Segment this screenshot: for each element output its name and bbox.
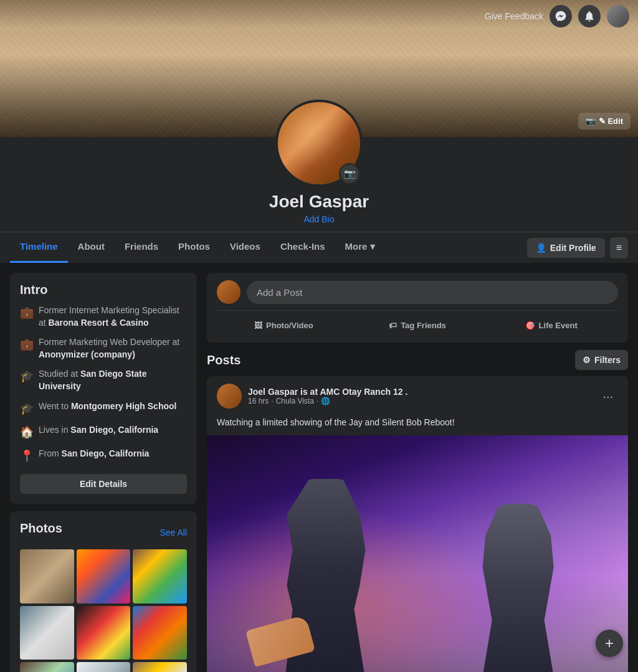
intro-item-lives: 🏠 Lives in San Diego, California <box>20 424 187 440</box>
cover-edit-button[interactable]: 📷 ✎ Edit <box>578 113 631 130</box>
photo-thumb-1[interactable] <box>20 549 74 603</box>
add-post-row: Add a Post <box>217 280 618 304</box>
left-column: Intro 💼 Former Internet Marketing Specia… <box>10 273 197 672</box>
intro-title: Intro <box>20 283 187 297</box>
camera-icon: 📷 <box>586 116 596 126</box>
posts-header: Posts ⚙ Filters <box>207 350 628 370</box>
intro-item-developer: 💼 Former Marketing Web Developer at Anon… <box>20 336 187 361</box>
post-image-inner <box>207 435 628 672</box>
post-sub-info: 16 hrs · Chula Vista · 🌐 <box>248 397 591 405</box>
checkin-period: . <box>405 387 407 397</box>
add-post-button[interactable]: Add a Post <box>247 281 618 304</box>
author-checkin-location[interactable]: AMC Otay Ranch 12 <box>320 387 402 397</box>
post-author-avatar <box>217 384 242 409</box>
author-checkin-prefix: is at <box>300 387 320 397</box>
photos-grid <box>20 549 187 672</box>
photo-video-button[interactable]: 🖼 Photo/Video <box>217 316 351 335</box>
tab-more[interactable]: More ▾ <box>335 232 385 263</box>
life-event-button[interactable]: 🎯 Life Event <box>484 316 618 335</box>
intro-item-from: 📍 From San Diego, California <box>20 448 187 464</box>
photo-thumb-2[interactable] <box>77 549 131 603</box>
top-navigation: Give Feedback <box>476 0 638 32</box>
photo-thumb-4[interactable] <box>20 606 74 660</box>
photo-thumb-6[interactable] <box>133 606 187 660</box>
nav-actions: 👤 Edit Profile ≡ <box>527 237 628 258</box>
home-icon: 🏠 <box>20 425 32 440</box>
briefcase-icon: 💼 <box>20 305 32 321</box>
photo-thumb-9[interactable] <box>133 662 187 672</box>
posts-section: Posts ⚙ Filters Joel Gaspar is at AMC Ot… <box>207 350 628 672</box>
tab-friends[interactable]: Friends <box>115 232 168 263</box>
list-icon: ≡ <box>616 242 622 253</box>
give-feedback-link[interactable]: Give Feedback <box>485 11 543 21</box>
user-avatar-btn[interactable] <box>607 5 629 27</box>
tag-friends-button[interactable]: 🏷 Tag Friends <box>351 316 485 335</box>
post-sub-separator: · <box>271 397 273 405</box>
avatar-camera-button[interactable]: 📷 <box>339 163 360 184</box>
intro-text-lives: Lives in San Diego, California <box>39 424 158 437</box>
posts-title: Posts <box>207 353 240 367</box>
add-bio-link[interactable]: Add Bio <box>303 214 334 224</box>
person-icon: 👤 <box>536 243 546 253</box>
post-text: Watching a limited showing of the Jay an… <box>207 416 628 435</box>
filter-icon: ⚙ <box>583 355 591 365</box>
photo-thumb-5[interactable] <box>77 606 131 660</box>
intro-card: Intro 💼 Former Internet Marketing Specia… <box>10 273 197 504</box>
figure-silentbob <box>472 504 565 672</box>
photo-thumb-3[interactable] <box>133 549 187 603</box>
fab-button[interactable]: + <box>596 630 623 657</box>
post-actions: 🖼 Photo/Video 🏷 Tag Friends 🎯 Life Event <box>217 310 618 335</box>
profile-nav-tabs: Timeline About Friends Photos Videos Che… <box>10 232 527 263</box>
post-sub-separator-2: · <box>317 397 318 405</box>
post-card-header: Joel Gaspar is at AMC Otay Ranch 12 . 16… <box>207 376 628 416</box>
main-content: Intro 💼 Former Internet Marketing Specia… <box>0 263 638 672</box>
add-post-box: Add a Post 🖼 Photo/Video 🏷 Tag Friends 🎯… <box>207 273 628 343</box>
edit-details-button[interactable]: Edit Details <box>20 474 187 494</box>
tab-checkins[interactable]: Check-Ins <box>270 232 335 263</box>
list-icon-button[interactable]: ≡ <box>610 237 628 258</box>
post-image[interactable] <box>207 435 628 672</box>
photos-card: Photos See All <box>10 511 197 672</box>
tab-timeline[interactable]: Timeline <box>10 232 68 263</box>
tag-friends-label: Tag Friends <box>401 321 446 330</box>
tab-photos[interactable]: Photos <box>168 232 220 263</box>
edit-profile-label: Edit Profile <box>550 243 596 253</box>
right-column: Add a Post 🖼 Photo/Video 🏷 Tag Friends 🎯… <box>207 273 628 672</box>
intro-text-from: From San Diego, California <box>39 448 149 460</box>
life-event-label: Life Event <box>539 321 578 330</box>
globe-icon: 🌐 <box>321 397 330 405</box>
notifications-icon-btn[interactable] <box>578 5 601 27</box>
cover-edit-label: ✎ Edit <box>599 116 623 126</box>
tag-icon: 🏷 <box>389 321 397 330</box>
messenger-icon-btn[interactable] <box>550 5 572 27</box>
intro-item-university: 🎓 Studied at San Diego State University <box>20 368 187 392</box>
post-author-name: Joel Gaspar is at AMC Otay Ranch 12 . <box>248 387 591 397</box>
photo-thumb-8[interactable] <box>77 662 131 672</box>
tab-videos[interactable]: Videos <box>220 232 270 263</box>
filters-label: Filters <box>594 355 621 365</box>
author-name-link[interactable]: Joel Gaspar <box>248 387 298 397</box>
photos-title: Photos <box>20 521 62 536</box>
see-all-link[interactable]: See All <box>160 528 187 537</box>
intro-text-developer: Former Marketing Web Developer at Anonym… <box>39 336 187 361</box>
intro-text-university: Studied at San Diego State University <box>39 368 187 392</box>
profile-section: 📷 Joel Gaspar Add Bio <box>0 137 638 232</box>
filters-button[interactable]: ⚙ Filters <box>575 350 628 370</box>
profile-nav: Timeline About Friends Photos Videos Che… <box>0 232 638 263</box>
briefcase-icon-2: 💼 <box>20 337 32 353</box>
edit-profile-button[interactable]: 👤 Edit Profile <box>527 238 605 258</box>
photo-thumb-7[interactable] <box>20 662 74 672</box>
post-card-0: Joel Gaspar is at AMC Otay Ranch 12 . 16… <box>207 376 628 672</box>
profile-name: Joel Gaspar <box>269 192 369 212</box>
tab-about[interactable]: About <box>68 232 115 263</box>
post-more-button[interactable]: ··· <box>598 387 618 406</box>
graduation-icon: 🎓 <box>20 369 32 384</box>
photo-video-label: Photo/Video <box>266 321 313 330</box>
school-icon: 🎓 <box>20 401 32 417</box>
intro-text-marketing: Former Internet Marketing Specialist at … <box>39 305 187 329</box>
cover-area: 📷 ✎ Edit 📷 Joel Gaspar Add Bio Timeline … <box>0 0 638 263</box>
photo-icon: 🖼 <box>254 321 262 330</box>
more-label: More ▾ <box>345 241 375 252</box>
intro-item-marketing: 💼 Former Internet Marketing Specialist a… <box>20 305 187 329</box>
avatar-container: 📷 <box>275 100 363 187</box>
